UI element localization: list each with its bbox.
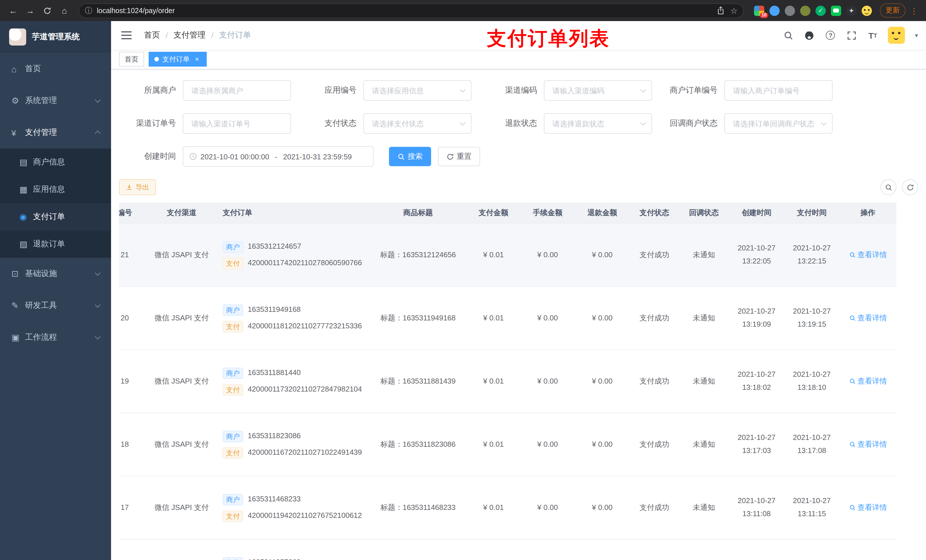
back-button[interactable]: ← (6, 3, 21, 18)
cell-pay-time: 2021-10-2713:11:15 (784, 476, 840, 539)
extension-smiley-icon[interactable] (862, 5, 872, 16)
sidebar-item-app-info[interactable]: ▦ 应用信息 (0, 176, 111, 203)
extensions-tray: 10 (750, 5, 875, 16)
clock-icon (189, 152, 197, 160)
sidebar-item-pay-order[interactable]: ◉ 支付订单 (0, 203, 111, 231)
sidebar-item-refund-order[interactable]: ▨ 退款订单 (0, 231, 111, 258)
browser-update-button[interactable]: 更新 (880, 3, 905, 18)
dev-tools-icon: ✎ (11, 300, 25, 311)
detail-link[interactable]: 查看详情 (849, 502, 887, 513)
merchant-order-no-input[interactable] (725, 80, 832, 101)
breadcrumb-separator: / (166, 31, 168, 40)
extensions-pinwheel-icon[interactable] (846, 5, 856, 16)
infrastructure-icon: ⊡ (11, 269, 25, 279)
forward-button[interactable]: → (23, 3, 38, 18)
font-size-button[interactable]: TT (867, 30, 878, 41)
dashboard-icon: ⌂ (11, 64, 25, 74)
table-viewport: 编号 支付渠道 支付订单 商品标题 支付金额 手续金额 退款金额 支付状态 回调… (119, 202, 918, 560)
detail-link[interactable]: 查看详情 (849, 249, 887, 260)
github-button[interactable] (804, 30, 815, 41)
sidebar-item-home[interactable]: ⌂ 首页 (0, 53, 111, 85)
search-button[interactable] (783, 30, 794, 41)
tab-close-icon[interactable] (193, 55, 201, 63)
table-row[interactable]: 18 微信 JSAPI 支付 商户 1635311823086 支付 42000… (119, 413, 896, 476)
breadcrumb-item-home[interactable]: 首页 (144, 30, 160, 41)
table-search-toggle-button[interactable] (881, 179, 896, 195)
cell-channel (147, 539, 216, 560)
filter-channel-code: 渠道编码 (480, 80, 652, 101)
export-button[interactable]: 导出 (119, 179, 156, 195)
user-avatar[interactable] (888, 27, 905, 44)
notify-status-select[interactable] (725, 113, 832, 134)
table-body: 21 微信 JSAPI 支付 商户 1635312124657 支付 42000… (119, 223, 896, 560)
url-text[interactable]: localhost:1024/pay/order (97, 6, 717, 15)
sidebar-item-infrastructure[interactable]: ⊡ 基础设施 (0, 258, 111, 290)
sidebar-item-dev-tools[interactable]: ✎ 研发工具 (0, 290, 111, 322)
share-icon[interactable] (717, 6, 725, 15)
sidebar-item-label: 首页 (25, 64, 41, 74)
extension-chat-icon[interactable] (831, 5, 841, 16)
extension-drop-icon[interactable] (769, 5, 780, 16)
channel-code-select[interactable] (544, 80, 652, 101)
filter-notify-status: 回调商户状态 (661, 113, 832, 134)
breadcrumb-item-payment[interactable]: 支付管理 (174, 30, 206, 41)
tab-pay-order[interactable]: 支付订单 (149, 52, 207, 66)
extension-circle-olive-icon[interactable] (800, 5, 810, 16)
help-button[interactable] (825, 30, 836, 41)
cell-amount: ¥ 0.01 (466, 476, 520, 539)
home-button[interactable]: ⌂ (57, 3, 72, 18)
bookmark-star-icon[interactable]: ☆ (730, 6, 737, 15)
merchant-tag: 商户 (223, 557, 243, 560)
col-title: 商品标题 (369, 202, 466, 223)
table-row[interactable]: 20 微信 JSAPI 支付 商户 1635311949168 支付 42000… (119, 287, 896, 350)
app-select[interactable] (363, 80, 472, 101)
sidebar-item-payment[interactable]: ¥ 支付管理 (0, 117, 111, 148)
reset-button[interactable]: 重置 (438, 147, 480, 166)
date-end[interactable]: 2021-10-31 23:59:59 (283, 152, 352, 161)
site-info-icon[interactable]: ⓘ (85, 5, 92, 16)
sidebar-item-workflow[interactable]: ▣ 工作流程 (0, 322, 111, 353)
date-range-input[interactable]: 2021-10-01 00:00:00 - 2021-10-31 23:59:5… (183, 146, 374, 167)
cell-status: 支付成功 (630, 350, 679, 413)
detail-link[interactable]: 查看详情 (849, 376, 887, 387)
url-bar[interactable]: ⓘ localhost:1024/pay/order ☆ (79, 3, 744, 18)
col-id: 编号 (119, 202, 147, 223)
col-order: 支付订单 (216, 202, 369, 223)
cell-notify: 未通知 (679, 413, 729, 476)
table-refresh-button[interactable] (902, 179, 918, 195)
cell-notify: 未通知 (679, 287, 729, 349)
table-row[interactable]: 19 微信 JSAPI 支付 商户 1635311881440 支付 42000… (119, 350, 896, 413)
reset-button-label: 重置 (457, 151, 472, 162)
avatar-caret-icon[interactable]: ▾ (915, 32, 918, 39)
cell-id: 18 (119, 413, 147, 476)
table-row[interactable]: 21 微信 JSAPI 支付 商户 1635312124657 支付 42000… (119, 223, 896, 287)
merchant-select[interactable] (183, 80, 291, 101)
extension-circle-gray-icon[interactable] (785, 5, 795, 16)
tab-home[interactable]: 首页 (119, 52, 144, 66)
reload-button[interactable] (40, 3, 54, 18)
sidebar-item-system[interactable]: ⚙ 系统管理 (0, 85, 111, 117)
merchant-tag: 商户 (223, 430, 243, 442)
tab-label: 首页 (125, 54, 138, 64)
menu-fold-button[interactable] (121, 35, 132, 36)
pay-order-no: 4200001194202110276752100612 (248, 510, 362, 521)
date-start[interactable]: 2021-10-01 00:00:00 (200, 152, 269, 161)
detail-link[interactable]: 查看详情 (849, 439, 887, 450)
cell-create-time: 2021-10-2713:19:09 (729, 287, 784, 349)
sidebar-item-merchant-info[interactable]: ▤ 商户信息 (0, 148, 111, 176)
channel-order-no-input[interactable] (183, 113, 291, 134)
table-row[interactable]: 17 微信 JSAPI 支付 商户 1635311468233 支付 42000… (119, 476, 896, 539)
refund-status-select[interactable] (544, 113, 652, 134)
filter-merchant: 所属商户 (119, 80, 291, 101)
browser-menu-icon[interactable]: ⋮ (908, 6, 920, 15)
pay-status-select[interactable] (363, 113, 472, 134)
extension-dots-icon[interactable]: 10 (754, 5, 764, 16)
filter-label: 应用编号 (300, 85, 363, 96)
cell-refund: ¥ 0.00 (575, 476, 630, 539)
search-submit-button[interactable]: 搜索 (389, 147, 431, 166)
chevron-down-icon (95, 334, 100, 340)
extension-check-icon[interactable] (816, 5, 826, 16)
detail-link[interactable]: 查看详情 (849, 313, 887, 323)
table-row[interactable]: 商户 1635311357363 支付 标题： (119, 539, 896, 560)
fullscreen-button[interactable] (846, 30, 857, 41)
